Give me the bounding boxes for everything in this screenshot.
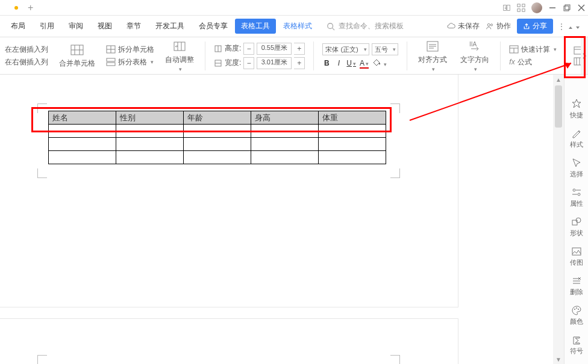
side-quick-label: 快捷: [570, 111, 583, 120]
calc-icon: [509, 45, 519, 54]
fast-calc-button[interactable]: 快速计算: [509, 45, 557, 55]
layout-switch-icon[interactable]: 1: [502, 4, 511, 12]
svg-point-12: [328, 23, 333, 28]
cooperation-button[interactable]: 协作: [486, 21, 511, 31]
merge-cells-button[interactable]: 合并单元格: [57, 43, 98, 69]
modified-dot: [14, 6, 18, 10]
table-1[interactable]: 姓名 性别 年龄 身高 体重: [48, 111, 386, 164]
table-row[interactable]: [49, 125, 386, 138]
coop-icon: [486, 22, 494, 31]
table-header-row[interactable]: 姓名 性别 年龄 身高 体重: [49, 111, 386, 125]
align-button[interactable]: 对齐方式: [416, 39, 449, 72]
side-image[interactable]: 传图: [570, 246, 583, 267]
font-size-select[interactable]: 五号: [372, 43, 398, 55]
menu-review[interactable]: 审阅: [61, 17, 90, 35]
text-direction-button[interactable]: IIA 文字方向: [458, 39, 492, 72]
share-button[interactable]: 分享: [517, 19, 553, 34]
height-input[interactable]: 0.55厘米: [257, 43, 292, 55]
th-name[interactable]: 姓名: [49, 111, 116, 125]
th-gender[interactable]: 性别: [116, 111, 184, 125]
menu-layout[interactable]: 布局: [4, 17, 33, 35]
side-color[interactable]: 颜色: [570, 305, 583, 326]
svg-point-15: [490, 23, 492, 25]
svg-rect-4: [522, 4, 525, 6]
underline-button[interactable]: U: [346, 59, 356, 67]
formula-button[interactable]: fx 公式: [509, 57, 531, 67]
side-quick[interactable]: 快捷: [570, 99, 583, 120]
command-search[interactable]: 查找命令、搜索模板: [327, 21, 447, 31]
close-button[interactable]: [577, 4, 586, 12]
side-select[interactable]: 选择: [570, 158, 583, 179]
menu-devtools[interactable]: 开发工具: [148, 17, 192, 35]
table-row[interactable]: [49, 151, 386, 164]
ribbon-collapse[interactable]: [576, 22, 580, 31]
share-icon: [523, 23, 530, 30]
svg-rect-50: [572, 220, 577, 225]
insert-col-left[interactable]: 在左侧插入列: [5, 45, 48, 55]
split-cells-icon: [106, 45, 116, 54]
side-props[interactable]: 属性: [570, 187, 583, 208]
width-plus[interactable]: +: [294, 57, 305, 69]
side-shape[interactable]: 形状: [570, 217, 583, 238]
font-name-select[interactable]: 宋体 (正文): [322, 43, 369, 55]
split-cells[interactable]: 拆分单元格: [106, 45, 154, 55]
side-color-label: 颜色: [570, 317, 583, 326]
menu-view[interactable]: 视图: [90, 17, 119, 35]
svg-point-32: [379, 63, 380, 64]
side-select-label: 选择: [570, 170, 583, 179]
menu-kebab[interactable]: ⋮: [558, 22, 565, 31]
avatar[interactable]: [531, 2, 542, 13]
svg-point-48: [578, 193, 580, 196]
grid-apps-icon[interactable]: [517, 4, 525, 12]
auto-adjust-button[interactable]: 自动调整: [163, 39, 196, 72]
width-input[interactable]: 3.01厘米: [257, 57, 292, 69]
height-plus[interactable]: +: [294, 43, 305, 55]
svg-rect-1: [507, 5, 510, 10]
th-height[interactable]: 身高: [251, 111, 319, 125]
split-table[interactable]: 拆分表格: [106, 57, 154, 67]
th-age[interactable]: 年龄: [184, 111, 251, 125]
svg-point-59: [576, 307, 577, 309]
scroll-up[interactable]: ▲: [553, 75, 564, 84]
vertical-scrollbar[interactable]: ▲ ▼: [553, 75, 564, 364]
page-1: 姓名 性别 年龄 身高 体重: [0, 75, 458, 307]
italic-button[interactable]: I: [334, 59, 343, 67]
insert-col-right[interactable]: 在右侧插入列: [5, 57, 48, 67]
coop-label: 协作: [496, 21, 511, 31]
ribbon-scroll-right[interactable]: [581, 37, 588, 74]
page-2: [0, 319, 458, 364]
highlight-button[interactable]: [372, 58, 387, 68]
side-panel: 快捷 样式 选择 属性 形状 传图 删除 颜色 符号: [564, 75, 588, 364]
side-delete[interactable]: 删除: [570, 276, 583, 297]
menu-references[interactable]: 引用: [33, 17, 61, 35]
width-minus[interactable]: −: [243, 57, 254, 69]
split-table-label: 拆分表格: [118, 57, 147, 67]
scroll-down[interactable]: ▼: [553, 354, 564, 364]
th-weight[interactable]: 体重: [319, 111, 386, 125]
maximize-button[interactable]: [563, 4, 571, 12]
scroll-thumb[interactable]: [555, 85, 562, 128]
side-symbol[interactable]: 符号: [570, 335, 583, 356]
height-minus[interactable]: −: [243, 43, 254, 55]
font-color-button[interactable]: A: [360, 59, 369, 67]
new-tab-button[interactable]: +: [28, 2, 33, 13]
menu-table-tools[interactable]: 表格工具: [235, 19, 276, 34]
menu-table-style[interactable]: 表格样式: [276, 17, 319, 35]
menu-chapter[interactable]: 章节: [119, 17, 148, 35]
split-cells-label: 拆分单元格: [118, 45, 154, 55]
titlebar: + 1: [0, 0, 588, 16]
formula-label: 公式: [518, 57, 532, 67]
side-style-label: 样式: [570, 140, 583, 149]
menu-bar: 布局 引用 审阅 视图 章节 开发工具 会员专享 表格工具 表格样式 查找命令、…: [0, 16, 588, 37]
side-shape-label: 形状: [570, 229, 583, 238]
minimize-button[interactable]: [548, 4, 557, 12]
side-style[interactable]: 样式: [570, 128, 583, 149]
menu-member[interactable]: 会员专享: [192, 17, 235, 35]
unsaved-label: 未保存: [458, 21, 480, 31]
table-row[interactable]: [49, 138, 386, 151]
bold-button[interactable]: B: [322, 59, 331, 67]
height-icon: [214, 45, 222, 53]
ribbon-expand[interactable]: [569, 22, 572, 31]
unsaved-status[interactable]: 未保存: [447, 21, 480, 31]
svg-point-60: [578, 309, 579, 310]
